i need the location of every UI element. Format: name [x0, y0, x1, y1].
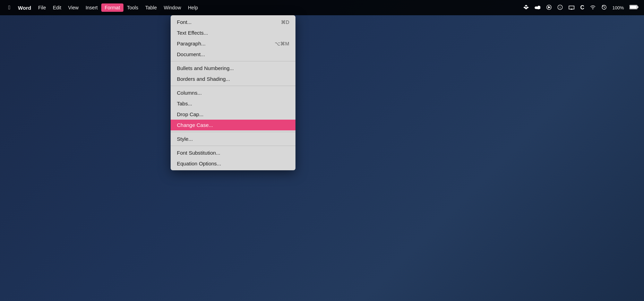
menu-section-4: Style... [171, 132, 295, 146]
menu-item-drop-cap-label: Drop Cap... [177, 111, 204, 117]
menu-item-equation-options[interactable]: Equation Options... [171, 158, 295, 169]
menu-item-tabs-label: Tabs... [177, 101, 192, 106]
battery-icon [628, 4, 640, 11]
menubar-item-view[interactable]: View [65, 3, 82, 12]
menu-item-style[interactable]: Style... [171, 134, 295, 144]
menu-item-change-case-label: Change Case... [177, 122, 213, 128]
menu-item-paragraph-label: Paragraph... [177, 41, 206, 46]
menu-section-5: Font Substitution... Equation Options... [171, 146, 295, 170]
menu-item-bullets[interactable]: Bullets and Numbering... [171, 63, 295, 74]
menu-item-drop-cap[interactable]: Drop Cap... [171, 109, 295, 120]
menu-item-columns[interactable]: Columns... [171, 87, 295, 98]
menubar-item-file[interactable]: File [35, 3, 50, 12]
menu-item-paragraph[interactable]: Paragraph... ⌥⌘M [171, 38, 295, 49]
menubar-item-help[interactable]: Help [184, 3, 201, 12]
dropbox-icon [522, 4, 530, 12]
menu-item-text-effects-label: Text Effects... [177, 30, 208, 36]
menubar:  Word File Edit View Insert Format Tool… [0, 0, 644, 15]
menubar-item-window[interactable]: Window [160, 3, 184, 12]
onepassword-icon: 1 [556, 4, 564, 12]
menu-item-font-substitution-label: Font Substitution... [177, 150, 220, 156]
apple-menu[interactable]:  [4, 3, 15, 12]
menu-item-font[interactable]: Font... ⌘D [171, 17, 295, 27]
menu-item-borders[interactable]: Borders and Shading... [171, 74, 295, 84]
svg-rect-9 [630, 6, 637, 9]
menu-item-document-label: Document... [177, 51, 205, 57]
menubar-item-format[interactable]: Format [101, 3, 123, 12]
carbide-icon: C [579, 4, 586, 11]
menubar-item-table[interactable]: Table [142, 3, 160, 12]
menubar-item-insert[interactable]: Insert [82, 3, 101, 12]
app-name[interactable]: Word [15, 3, 35, 12]
svg-rect-8 [637, 6, 638, 8]
menu-item-columns-label: Columns... [177, 90, 202, 96]
menu-item-document[interactable]: Document... [171, 49, 295, 60]
creative-cloud-icon [533, 5, 542, 11]
menu-item-text-effects[interactable]: Text Effects... [171, 27, 295, 38]
wifi-icon [589, 4, 597, 11]
menubar-right: 1 C 100% [522, 4, 640, 12]
format-dropdown-menu: Font... ⌘D Text Effects... Paragraph... … [171, 15, 295, 170]
menu-item-font-label: Font... [177, 19, 192, 25]
menu-section-3: Columns... Tabs... Drop Cap... Change Ca… [171, 86, 295, 132]
menu-section-1: Font... ⌘D Text Effects... Paragraph... … [171, 15, 295, 61]
menu-item-font-substitution[interactable]: Font Substitution... [171, 147, 295, 158]
menubar-item-edit[interactable]: Edit [49, 3, 65, 12]
menu-item-paragraph-shortcut: ⌥⌘M [275, 41, 289, 46]
time-machine-icon [600, 4, 608, 12]
svg-point-2 [538, 6, 541, 8]
menu-item-equation-options-label: Equation Options... [177, 161, 221, 166]
menu-item-borders-label: Borders and Shading... [177, 76, 230, 82]
menu-item-font-shortcut: ⌘D [281, 19, 289, 25]
menubar-item-tools[interactable]: Tools [123, 3, 142, 12]
screenflow-icon [545, 4, 553, 12]
menu-item-style-label: Style... [177, 136, 193, 142]
menu-item-tabs[interactable]: Tabs... [171, 98, 295, 109]
menu-item-bullets-label: Bullets and Numbering... [177, 65, 234, 71]
battery-percent: 100% [611, 5, 625, 11]
menu-section-2: Bullets and Numbering... Borders and Sha… [171, 61, 295, 86]
svg-text:1: 1 [559, 6, 561, 9]
airplay-icon [567, 4, 576, 11]
menu-item-change-case[interactable]: Change Case... [171, 120, 295, 130]
